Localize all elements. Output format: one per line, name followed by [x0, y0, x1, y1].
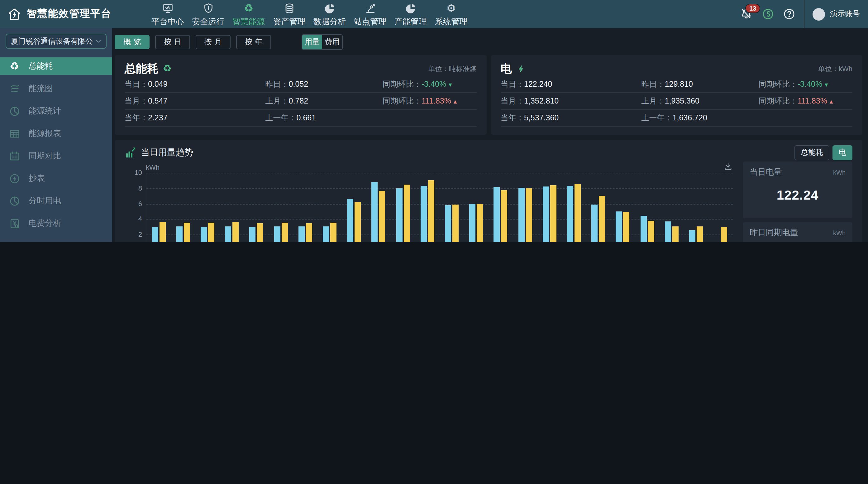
- summary-cell-value: 0.547: [148, 96, 167, 105]
- bar-group-17:00: [562, 173, 586, 242]
- nav-item-平台中心[interactable]: 平台中心: [150, 1, 186, 27]
- mode-tab-费用[interactable]: 费用: [322, 35, 342, 49]
- bar-group-06:00: [293, 173, 317, 242]
- trend-down-arrow-icon: ▼: [447, 81, 453, 88]
- sidebar-item-同期对比[interactable]: 同期对比: [0, 147, 112, 165]
- sidebar-item-总能耗[interactable]: ♻总能耗: [0, 57, 112, 75]
- bar-group-10:00: [391, 173, 415, 242]
- summary-cell: 昨日：129.810: [642, 79, 758, 89]
- summary-cell-value: 111.83%: [422, 96, 451, 105]
- pie-icon: [405, 2, 416, 15]
- bar-昨日: [428, 180, 434, 242]
- bar-当日: [274, 226, 280, 242]
- bar-昨日: [550, 185, 556, 242]
- summary-cell-label: 上一年：: [266, 113, 297, 122]
- avatar: [812, 8, 825, 20]
- mode-toggle: 用量费用: [302, 34, 343, 50]
- summary-cell-label: 上月：: [642, 96, 665, 105]
- sidebar-item-能源报表[interactable]: 能源报表: [0, 125, 112, 142]
- nav-item-产能管理[interactable]: 产能管理: [393, 1, 429, 27]
- chart-stats-panel: 当日电量kWh122.24昨日同期电量kWh126.54-3.40%▼: [743, 161, 852, 242]
- main-menu: 平台中心安全运行♻智慧能源资产管理数据分析站点管理产能管理⚙系统管理: [150, 1, 469, 27]
- bar-group-09:00: [366, 173, 391, 242]
- bar-昨日: [648, 221, 654, 242]
- nav-item-智慧能源[interactable]: ♻智慧能源: [230, 1, 267, 27]
- bar-group-18:00: [586, 173, 610, 242]
- bar-group-03:00: [220, 173, 244, 242]
- download-icon: [723, 162, 733, 171]
- nav-item-label: 产能管理: [395, 16, 427, 27]
- company-select[interactable]: 厦门锐谷通信设备有限公司: [6, 34, 106, 49]
- nav-item-label: 资产管理: [273, 16, 305, 27]
- bar-group-22:00: [684, 173, 708, 242]
- summary-cell: 同期环比：111.83%▲: [382, 96, 476, 106]
- sidebar-item-分时用电[interactable]: 分时用电: [0, 192, 112, 209]
- stat-box-header: 当日电量kWh: [750, 167, 845, 178]
- view-tab-按年[interactable]: 按年: [236, 35, 271, 49]
- summary-cell: 当月：1,352.810: [501, 96, 642, 106]
- bar-当日: [200, 227, 207, 242]
- nav-item-label: 安全运行: [192, 16, 224, 27]
- user-menu[interactable]: 演示账号: [812, 8, 860, 20]
- summary-cell: 当年：5,537.360: [501, 113, 642, 123]
- sidebar-item-电费分析[interactable]: 电费分析: [0, 215, 112, 232]
- view-tabs: 概览按日按月按年: [115, 35, 277, 49]
- bar-昨日: [232, 222, 239, 242]
- trend-type-button-电[interactable]: 电: [833, 145, 852, 160]
- summary-cell-label: 当月：: [125, 96, 148, 105]
- notifications-button[interactable]: 13: [740, 6, 753, 22]
- download-chart-button[interactable]: [723, 162, 733, 171]
- summary-cell: 当年：2.237: [125, 113, 266, 123]
- sidebar-item-能源统计[interactable]: 能源统计: [0, 102, 112, 120]
- view-tab-按月[interactable]: 按月: [196, 35, 230, 49]
- bar-当日: [543, 186, 549, 242]
- main-content: 概览按日按月按年 用量费用 总能耗♻单位：吨标准煤当日：0.049昨日：0.05…: [112, 28, 868, 242]
- view-tab-按日[interactable]: 按日: [155, 35, 190, 49]
- sidebar-item-label: 分时用电: [29, 195, 61, 206]
- bar-当日: [323, 226, 329, 242]
- nav-item-资产管理[interactable]: 资产管理: [271, 1, 307, 27]
- bar-昨日: [477, 204, 483, 242]
- calendar-icon: [8, 150, 20, 162]
- pie-icon: [324, 2, 336, 15]
- bar-昨日: [184, 223, 190, 242]
- summary-cell: 昨日：0.052: [266, 79, 382, 89]
- view-tab-概览[interactable]: 概览: [115, 35, 150, 49]
- summary-cell-value: 0.052: [289, 80, 308, 88]
- summary-cell-value: 1,935.360: [665, 96, 700, 105]
- bar-当日: [518, 188, 524, 242]
- bar-group-11:00: [415, 173, 439, 242]
- sidebar-item-抄表[interactable]: 抄表: [0, 170, 112, 187]
- nav-item-数据分析[interactable]: 数据分析: [312, 1, 348, 27]
- nav-item-系统管理[interactable]: ⚙系统管理: [433, 1, 469, 27]
- bar-昨日: [526, 188, 532, 242]
- summary-cell-label: 当年：: [501, 113, 524, 122]
- bar-昨日: [672, 226, 679, 242]
- trend-up-arrow-icon: ▲: [453, 98, 458, 105]
- app-root: 智慧能效管理平台 平台中心安全运行♻智慧能源资产管理数据分析站点管理产能管理⚙系…: [0, 0, 868, 242]
- sidebar-item-能流图[interactable]: 能流图: [0, 80, 112, 97]
- summary-cell-value: 111.83%: [798, 96, 827, 105]
- bolt-circle-icon: [8, 172, 20, 184]
- chart-area: kWh024681000:0006:0012:0018:00当日昨日: [125, 161, 735, 242]
- nav-item-站点管理[interactable]: 站点管理: [352, 1, 388, 27]
- y-tick-label: 6: [138, 200, 142, 207]
- recycle-icon: ♻: [163, 64, 172, 74]
- chevron-down-icon: [95, 38, 101, 44]
- pie-outline-icon: [8, 195, 20, 207]
- bar-昨日: [379, 191, 385, 242]
- summary-card-电: 电单位：kWh当日：122.240昨日：129.810同期环比：-3.40%▼当…: [491, 55, 862, 135]
- trend-type-button-总能耗[interactable]: 总能耗: [795, 145, 829, 160]
- summary-cell-label: 上一年：: [642, 113, 673, 122]
- nav-item-安全运行[interactable]: 安全运行: [190, 1, 226, 27]
- bar-group-23:00: [708, 173, 733, 242]
- trend-card-buttons: 总能耗电: [795, 145, 852, 160]
- bar-昨日: [159, 222, 165, 242]
- bar-chart-plot: 0246810: [146, 173, 733, 242]
- bar-昨日: [696, 226, 703, 242]
- mode-tab-用量[interactable]: 用量: [302, 35, 322, 49]
- help-icon[interactable]: [783, 7, 796, 21]
- bar-昨日: [575, 184, 581, 242]
- recycle-icon: ♻: [10, 61, 19, 72]
- health-link-icon[interactable]: [762, 7, 775, 21]
